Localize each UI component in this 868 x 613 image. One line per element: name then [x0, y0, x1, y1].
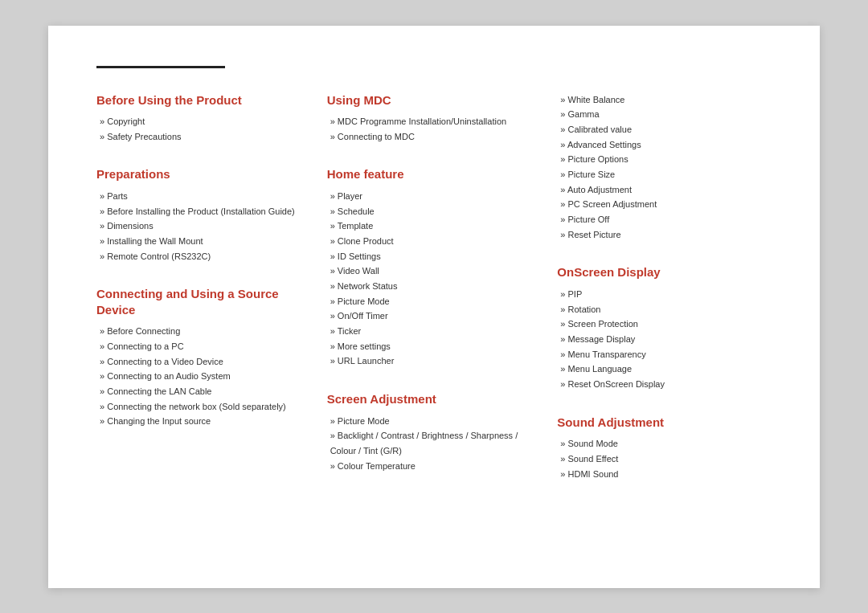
list-item: MDC Programme Installation/Uninstallatio…: [327, 114, 542, 129]
list-item: Reset OnScreen Display: [557, 377, 772, 392]
section-0-0: Before Using the ProductCopyrightSafety …: [96, 92, 311, 145]
list-item: Reset Picture: [557, 227, 772, 243]
list-item: Before Installing the Product (Installat…: [96, 204, 311, 219]
section-heading-2-2: Sound Adjustment: [557, 415, 772, 431]
section-0-1: PreparationsPartsBefore Installing the P…: [96, 166, 311, 264]
section-heading-2-1: OnScreen Display: [557, 264, 772, 280]
list-item: HDMI Sound: [557, 467, 772, 482]
list-item: Remote Control (RS232C): [96, 249, 311, 264]
list-item: Parts: [96, 189, 311, 204]
section-heading-1-1: Home feature: [327, 166, 542, 182]
list-item: Calibrated value: [557, 122, 772, 137]
section-heading-0-0: Before Using the Product: [96, 92, 311, 108]
list-item: Safety Precautions: [96, 129, 311, 145]
list-item: Picture Off: [557, 212, 772, 227]
list-item: Picture Options: [557, 152, 772, 167]
title-bar: [96, 66, 225, 68]
list-item: Clone Product: [327, 234, 542, 249]
list-item: Video Wall: [327, 264, 542, 279]
column-2: Using MDCMDC Programme Installation/Unin…: [327, 92, 542, 505]
list-item: Before Connecting: [96, 324, 311, 339]
list-item: Menu Language: [557, 362, 772, 377]
list-item: Installing the Wall Mount: [96, 234, 311, 249]
list-item: Sound Mode: [557, 436, 772, 452]
list-item: Network Status: [327, 279, 542, 294]
list-item: PC Screen Adjustment: [557, 197, 772, 212]
list-item: Gamma: [557, 107, 772, 122]
list-item: PIP: [557, 287, 772, 302]
column-3: White BalanceGammaCalibrated valueAdvanc…: [557, 92, 772, 505]
list-item: Ticker: [327, 324, 542, 339]
list-item: Picture Size: [557, 167, 772, 182]
list-item: Copyright: [96, 114, 311, 129]
section-2-0: White BalanceGammaCalibrated valueAdvanc…: [557, 92, 772, 243]
section-1-2: Screen AdjustmentPicture ModeBacklight /…: [327, 391, 542, 473]
list-item: Picture Mode: [327, 294, 542, 309]
list-item: Connecting to a Video Device: [96, 354, 311, 370]
list-item: More settings: [327, 339, 542, 354]
section-heading-0-2: Connecting and Using a Source Device: [96, 286, 311, 317]
list-item: White Balance: [557, 92, 772, 108]
list-item: ID Settings: [327, 249, 542, 264]
list-item: Dimensions: [96, 219, 311, 234]
list-item: Changing the Input source: [96, 414, 311, 429]
list-item: Colour Temperature: [327, 459, 542, 474]
list-item: Connecting the LAN Cable: [96, 384, 311, 399]
list-item: Auto Adjustment: [557, 182, 772, 198]
list-item: Connecting to MDC: [327, 129, 542, 145]
list-item: On/Off Timer: [327, 309, 542, 324]
section-0-2: Connecting and Using a Source DeviceBefo…: [96, 286, 311, 429]
list-item: Connecting to a PC: [96, 339, 311, 354]
list-item: Schedule: [327, 204, 542, 219]
list-item: Connecting the network box (Sold separat…: [96, 399, 311, 415]
column-1: Before Using the ProductCopyrightSafety …: [96, 92, 311, 505]
section-2-1: OnScreen DisplayPIPRotationScreen Protec…: [557, 264, 772, 391]
list-item: URL Launcher: [327, 353, 542, 369]
content-columns: Before Using the ProductCopyrightSafety …: [96, 92, 772, 505]
list-item: Sound Effect: [557, 452, 772, 467]
list-item: Message Display: [557, 332, 772, 347]
list-item: Backlight / Contrast / Brightness / Shar…: [327, 428, 542, 458]
list-item: Rotation: [557, 302, 772, 317]
list-item: Picture Mode: [327, 414, 542, 429]
section-1-0: Using MDCMDC Programme Installation/Unin…: [327, 92, 542, 145]
list-item: Template: [327, 219, 542, 234]
section-heading-0-1: Preparations: [96, 166, 311, 182]
list-item: Advanced Settings: [557, 137, 772, 153]
list-item: Player: [327, 189, 542, 204]
section-2-2: Sound AdjustmentSound ModeSound EffectHD…: [557, 415, 772, 482]
section-1-1: Home featurePlayerScheduleTemplateClone …: [327, 166, 542, 369]
section-heading-1-0: Using MDC: [327, 92, 542, 108]
section-heading-1-2: Screen Adjustment: [327, 391, 542, 407]
list-item: Menu Transparency: [557, 347, 772, 362]
list-item: Screen Protection: [557, 317, 772, 332]
page: Before Using the ProductCopyrightSafety …: [48, 26, 820, 588]
list-item: Connecting to an Audio System: [96, 369, 311, 384]
